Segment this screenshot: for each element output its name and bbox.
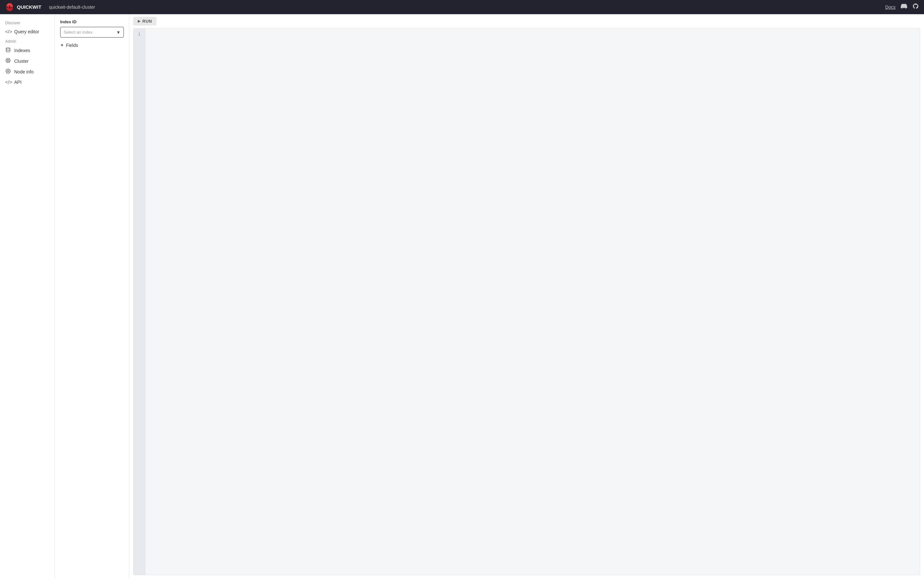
svg-point-2 [7,59,9,61]
editor-area[interactable]: 1 [133,28,920,575]
right-panel: ▶ RUN 1 [129,14,924,579]
db-icon [5,47,11,53]
run-button[interactable]: ▶ RUN [133,17,157,26]
sidebar-item-query-editor[interactable]: </> Query editor [0,26,55,36]
svg-point-0 [6,47,10,49]
cluster-name: quickwit-default-cluster [49,5,885,10]
topnav: QUICKWIT quickwit-default-cluster Docs [0,0,924,14]
query-editor-panel: Index ID Select an index ▼ ▼ Fields [55,14,129,579]
logo[interactable]: QUICKWIT [5,3,41,11]
chevron-down-icon: ▼ [60,43,64,47]
docs-link[interactable]: Docs [885,5,896,10]
code-icon: </> [5,29,11,34]
editor-content[interactable] [145,28,920,575]
svg-point-7 [7,70,9,72]
svg-line-5 [9,59,10,60]
topnav-links: Docs [885,3,919,11]
index-select[interactable]: Select an index [60,27,124,38]
content-area: Index ID Select an index ▼ ▼ Fields ▶ RU… [55,14,924,579]
svg-line-4 [9,61,10,62]
logo-text: QUICKWIT [17,4,41,10]
sidebar-item-api[interactable]: </> API [0,77,55,87]
sidebar-item-indexes[interactable]: Indexes [0,45,55,56]
sidebar-item-indexes-label: Indexes [14,48,30,53]
gear-icon [5,69,11,75]
line-number-1: 1 [135,31,143,38]
index-select-container: Select an index ▼ [60,27,124,38]
editor-toolbar: ▶ RUN [129,14,924,28]
sidebar-item-cluster-label: Cluster [14,59,28,64]
fields-toggle[interactable]: ▼ Fields [60,43,124,48]
sidebar: Discover </> Query editor Admin Indexes [0,14,55,579]
svg-line-3 [7,59,7,60]
main-layout: Discover </> Query editor Admin Indexes [0,14,924,579]
api-code-icon: </> [5,79,11,85]
quickwit-logo-icon [5,3,14,11]
fields-section: ▼ Fields [60,43,124,48]
cluster-icon [5,58,11,64]
play-icon: ▶ [138,19,140,23]
line-numbers: 1 [134,28,145,575]
discover-section-label: Discover [0,18,55,26]
admin-section-label: Admin [0,36,55,45]
sidebar-item-query-editor-label: Query editor [14,29,39,34]
svg-line-6 [7,61,7,62]
sidebar-item-api-label: API [14,80,22,85]
sidebar-item-node-info-label: Node info [14,69,34,74]
github-icon[interactable] [913,3,919,11]
fields-label: Fields [66,43,78,48]
index-id-label: Index ID [60,20,124,24]
sidebar-item-cluster[interactable]: Cluster [0,56,55,66]
run-button-label: RUN [142,19,152,24]
sidebar-item-node-info[interactable]: Node info [0,66,55,77]
discord-icon[interactable] [901,3,907,11]
